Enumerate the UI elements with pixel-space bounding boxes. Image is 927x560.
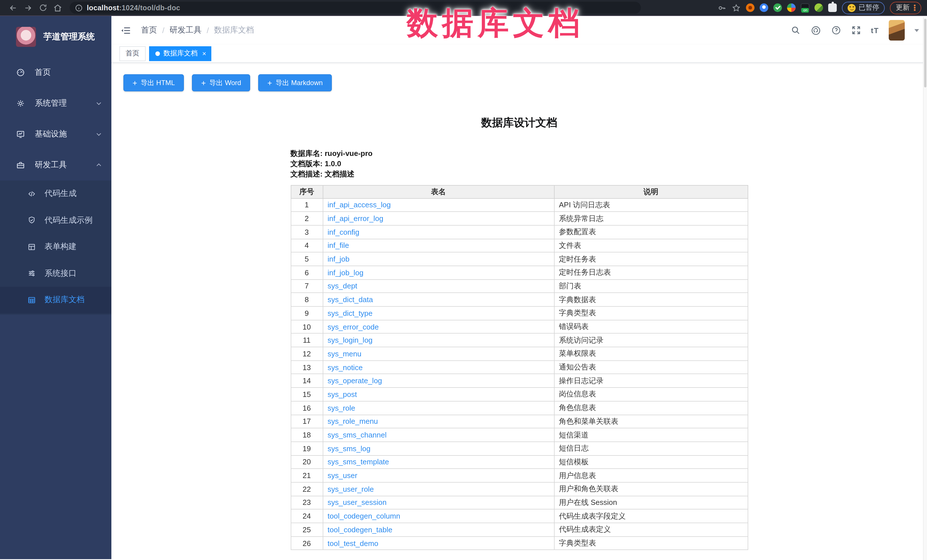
table-name-link[interactable]: sys_role_menu [328,417,378,426]
table-name-link[interactable]: tool_codegen_table [328,525,392,534]
table-desc: 操作日志记录 [554,374,748,387]
github-icon[interactable] [810,25,821,36]
table-name-link[interactable]: sys_user_session [328,498,387,507]
tab-home[interactable]: 首页 [119,46,146,61]
column-header: 表名 [323,185,554,198]
row-index: 16 [291,401,323,415]
sidebar-item-codegen[interactable]: 代码生成 [0,181,111,207]
logo-avatar [16,27,36,47]
sidebar-item-devtools[interactable]: 研发工具 [0,150,111,181]
export-markdown-button[interactable]: + 导出 Markdown [258,74,332,91]
font-size-icon[interactable]: tT [871,26,879,35]
table-name-link[interactable]: tool_test_demo [328,539,378,548]
meta-line: 文档描述: 文档描述 [290,169,748,179]
back-icon[interactable] [6,2,21,14]
forward-icon[interactable] [21,2,35,14]
table-name-link[interactable]: sys_error_code [328,322,379,331]
table-desc: 错误码表 [554,320,748,333]
table-name-link[interactable]: inf_file [328,241,349,250]
table-name-link[interactable]: sys_menu [328,349,362,358]
row-index: 22 [291,482,323,496]
extension-icon[interactable] [746,3,755,12]
table-name-link[interactable]: sys_sms_channel [328,431,387,439]
reload-icon[interactable] [35,2,50,14]
table-name-link[interactable]: sys_user [328,471,357,480]
chrome-update-button[interactable]: 更新 [890,2,921,14]
sidebar-item-api[interactable]: 系统接口 [0,260,111,287]
extension-icon[interactable] [815,3,823,12]
sidebar-item-infra[interactable]: 基础设施 [0,119,111,150]
fullscreen-icon[interactable] [851,25,861,35]
column-header: 序号 [291,185,323,198]
table-row: 25tool_codegen_table代码生成表定义 [291,523,748,536]
table-row: 23sys_user_session用户在线 Session [291,496,748,509]
extensions-puzzle-icon[interactable] [828,3,837,12]
sidebar-item-db-doc[interactable]: 数据库文档 [0,287,111,313]
search-icon[interactable] [790,25,801,35]
table-row: 19sys_sms_log短信日志 [291,442,748,455]
close-tab-icon[interactable]: × [202,49,206,58]
sidebar-item-system[interactable]: 系统管理 [0,88,111,119]
table-desc: 参数配置表 [554,225,748,239]
extension-icon[interactable] [787,3,796,12]
extension-icon[interactable] [760,3,769,12]
meta-line: 文档版本: 1.0.0 [290,159,748,169]
table-name-link[interactable]: inf_api_access_log [328,201,391,209]
table-name-link[interactable]: inf_api_error_log [328,214,383,223]
table-desc: 短信渠道 [554,428,748,442]
sidebar-item-label: 表单构建 [44,242,76,252]
site-info-icon[interactable] [75,4,83,12]
plus-icon: + [132,79,137,87]
home-icon[interactable] [50,2,65,14]
table-name-link[interactable]: sys_dict_type [328,309,373,317]
help-icon[interactable] [831,25,841,35]
export-word-button[interactable]: + 导出 Word [192,74,250,91]
app-logo[interactable]: 芋道管理系统 [0,16,111,57]
extension-icon[interactable]: on [801,3,810,12]
row-index: 1 [291,198,323,212]
paused-extension-pill[interactable]: 已暂停 [842,2,885,14]
key-icon[interactable] [718,3,727,12]
table-name-link[interactable]: inf_config [328,228,359,236]
extension-icon[interactable] [774,3,782,12]
tables-overview-table: 序号 表名 说明 1inf_api_access_logAPI 访问日志表2in… [290,185,748,550]
plus-icon: + [201,79,206,87]
table-name-link[interactable]: sys_role [328,404,355,412]
table-name-link[interactable]: sys_dict_data [328,295,373,304]
tab-db-doc[interactable]: 数据库文档 × [149,46,211,61]
table-name-link[interactable]: sys_dept [328,282,357,290]
user-avatar[interactable] [889,20,905,41]
sidebar-item-label: 数据库文档 [44,295,85,305]
sidebar-item-form-builder[interactable]: 表单构建 [0,234,111,260]
shield-check-icon [27,216,36,225]
table-desc: 文件表 [554,239,748,252]
table-name-link[interactable]: sys_sms_template [328,458,389,466]
tags-view-bar: 首页 数据库文档 × [111,44,927,63]
scrollbar-thumb[interactable] [924,18,926,87]
table-name-link[interactable]: sys_user_role [328,485,374,493]
table-desc: 短信模板 [554,455,748,469]
page-scrollbar[interactable] [923,17,927,560]
bookmark-star-icon[interactable] [732,3,741,12]
browser-menu-icon[interactable] [914,5,916,11]
table-name-link[interactable]: sys_notice [328,363,363,372]
table-name-link[interactable]: inf_job [328,255,350,263]
user-menu-caret-icon[interactable] [915,29,919,32]
export-html-button[interactable]: + 导出 HTML [123,74,184,91]
breadcrumb-home[interactable]: 首页 [141,25,157,35]
table-desc: 定时任务日志表 [554,266,748,279]
table-name-link[interactable]: tool_codegen_column [328,512,400,520]
table-name-link[interactable]: sys_login_log [328,336,373,344]
sidebar-item-codegen-demo[interactable]: 代码生成示例 [0,207,111,234]
breadcrumb-devtools[interactable]: 研发工具 [170,25,202,35]
table-name-link[interactable]: inf_job_log [328,269,363,277]
code-icon [27,190,36,198]
collapse-sidebar-icon[interactable] [119,24,132,36]
sidebar-item-home[interactable]: 首页 [0,57,111,88]
table-row: 20sys_sms_template短信模板 [291,455,748,469]
active-dot-icon [155,51,160,56]
table-name-link[interactable]: sys_post [328,390,357,399]
table-name-link[interactable]: sys_operate_log [328,377,382,385]
table-row: 15sys_post岗位信息表 [291,387,748,401]
table-name-link[interactable]: sys_sms_log [328,444,371,453]
